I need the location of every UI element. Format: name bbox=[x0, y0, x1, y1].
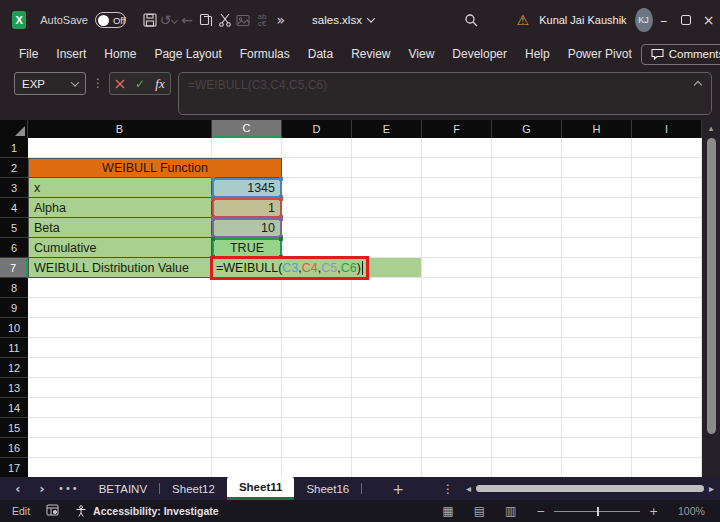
scroll-left-icon[interactable]: ◂ bbox=[466, 483, 471, 494]
cell-E5[interactable] bbox=[352, 218, 422, 238]
cell-H14[interactable] bbox=[562, 398, 632, 418]
row-header-7[interactable]: 7 bbox=[0, 258, 28, 278]
cell-G4[interactable] bbox=[492, 198, 562, 218]
cell-F16[interactable] bbox=[422, 438, 492, 458]
cell-G13[interactable] bbox=[492, 378, 562, 398]
row-header-16[interactable]: 16 bbox=[0, 438, 28, 458]
cell-H9[interactable] bbox=[562, 298, 632, 318]
cell-D15[interactable] bbox=[282, 418, 352, 438]
vertical-scrollbar-thumb[interactable] bbox=[707, 138, 716, 434]
cell-E3[interactable] bbox=[352, 178, 422, 198]
cell-I16[interactable] bbox=[632, 438, 702, 458]
cell-F13[interactable] bbox=[422, 378, 492, 398]
horizontal-scrollbar[interactable]: ◂ ▸ bbox=[466, 483, 720, 494]
cell-E17[interactable] bbox=[352, 458, 422, 477]
cell-D3[interactable] bbox=[282, 178, 352, 198]
cell-G3[interactable] bbox=[492, 178, 562, 198]
document-title[interactable]: sales.xlsx bbox=[312, 14, 374, 26]
ribbon-tab-review[interactable]: Review bbox=[342, 44, 399, 64]
cell-B3[interactable]: x bbox=[28, 178, 212, 198]
cell-D16[interactable] bbox=[282, 438, 352, 458]
cell-E9[interactable] bbox=[352, 298, 422, 318]
cell-B12[interactable] bbox=[28, 358, 212, 378]
cell-B2[interactable]: WEIBULL Function bbox=[28, 158, 282, 178]
cell-H17[interactable] bbox=[562, 458, 632, 477]
row-header-4[interactable]: 4 bbox=[0, 198, 28, 218]
column-header-G[interactable]: G bbox=[492, 120, 562, 138]
cell-I14[interactable] bbox=[632, 398, 702, 418]
cell-B17[interactable] bbox=[28, 458, 212, 477]
cell-C7[interactable]: =WEIBULL(C3,C4,C5,C6) bbox=[212, 258, 422, 278]
name-box-dropdown-icon[interactable] bbox=[71, 78, 79, 86]
zoom-slider[interactable] bbox=[554, 511, 640, 512]
ribbon-tab-home[interactable]: Home bbox=[95, 44, 145, 64]
cell-D6[interactable] bbox=[282, 238, 352, 258]
ribbon-tab-page-layout[interactable]: Page Layout bbox=[145, 44, 230, 64]
cell-B4[interactable]: Alpha bbox=[28, 198, 212, 218]
cell-B5[interactable]: Beta bbox=[28, 218, 212, 238]
row-header-1[interactable]: 1 bbox=[0, 138, 28, 158]
cell-I4[interactable] bbox=[632, 198, 702, 218]
warning-icon[interactable]: ⚠ bbox=[517, 12, 530, 28]
normal-view-icon[interactable]: ▦ bbox=[442, 504, 453, 518]
cell-D11[interactable] bbox=[282, 338, 352, 358]
zoom-level[interactable]: 100% bbox=[678, 505, 708, 517]
column-header-I[interactable]: I bbox=[632, 120, 702, 138]
search-icon[interactable] bbox=[462, 13, 481, 27]
ribbon-tab-power-pivot[interactable]: Power Pivot bbox=[559, 44, 641, 64]
row-header-11[interactable]: 11 bbox=[0, 338, 28, 358]
cell-E6[interactable] bbox=[352, 238, 422, 258]
insert-function-button[interactable]: fx bbox=[150, 76, 170, 92]
cell-F2[interactable] bbox=[422, 158, 492, 178]
cell-B6[interactable]: Cumulative bbox=[28, 238, 212, 258]
sheet-tab-sheet16[interactable]: Sheet16 bbox=[294, 477, 361, 500]
cell-C12[interactable] bbox=[212, 358, 282, 378]
cell-C15[interactable] bbox=[212, 418, 282, 438]
zoom-slider-thumb[interactable] bbox=[597, 507, 599, 516]
cell-I3[interactable] bbox=[632, 178, 702, 198]
row-header-8[interactable]: 8 bbox=[0, 278, 28, 298]
cell-B11[interactable] bbox=[28, 338, 212, 358]
cell-G9[interactable] bbox=[492, 298, 562, 318]
cell-F12[interactable] bbox=[422, 358, 492, 378]
cell-B13[interactable] bbox=[28, 378, 212, 398]
cell-E2[interactable] bbox=[352, 158, 422, 178]
cell-C4[interactable]: 1 bbox=[212, 198, 282, 218]
cell-F6[interactable] bbox=[422, 238, 492, 258]
cell-D17[interactable] bbox=[282, 458, 352, 477]
cell-E14[interactable] bbox=[352, 398, 422, 418]
ribbon-tab-insert[interactable]: Insert bbox=[47, 44, 95, 64]
cell-F8[interactable] bbox=[422, 278, 492, 298]
cell-C3[interactable]: 1345 bbox=[212, 178, 282, 198]
cell-G8[interactable] bbox=[492, 278, 562, 298]
ribbon-tab-data[interactable]: Data bbox=[299, 44, 342, 64]
cancel-entry-button[interactable] bbox=[110, 79, 130, 89]
cell-I15[interactable] bbox=[632, 418, 702, 438]
cell-F1[interactable] bbox=[422, 138, 492, 158]
cell-H4[interactable] bbox=[562, 198, 632, 218]
cell-F10[interactable] bbox=[422, 318, 492, 338]
column-header-B[interactable]: B bbox=[28, 120, 212, 138]
cell-F5[interactable] bbox=[422, 218, 492, 238]
minimize-button[interactable]: – bbox=[653, 0, 675, 40]
cell-D9[interactable] bbox=[282, 298, 352, 318]
cell-E1[interactable] bbox=[352, 138, 422, 158]
save-icon[interactable] bbox=[140, 13, 159, 27]
cell-G1[interactable] bbox=[492, 138, 562, 158]
cell-H3[interactable] bbox=[562, 178, 632, 198]
macro-record-icon[interactable] bbox=[46, 504, 59, 518]
cell-C17[interactable] bbox=[212, 458, 282, 477]
cell-H13[interactable] bbox=[562, 378, 632, 398]
row-header-15[interactable]: 15 bbox=[0, 418, 28, 438]
cell-B9[interactable] bbox=[28, 298, 212, 318]
user-name[interactable]: Kunal Jai Kaushik bbox=[539, 14, 626, 26]
zoom-out-button[interactable]: − bbox=[536, 505, 545, 517]
sensitivity-icon[interactable]: abc€ bbox=[253, 13, 272, 27]
column-header-D[interactable]: D bbox=[282, 120, 352, 138]
cell-H8[interactable] bbox=[562, 278, 632, 298]
cell-F17[interactable] bbox=[422, 458, 492, 477]
ribbon-tab-file[interactable]: File bbox=[10, 44, 47, 64]
cell-G17[interactable] bbox=[492, 458, 562, 477]
cell-G14[interactable] bbox=[492, 398, 562, 418]
cell-I13[interactable] bbox=[632, 378, 702, 398]
